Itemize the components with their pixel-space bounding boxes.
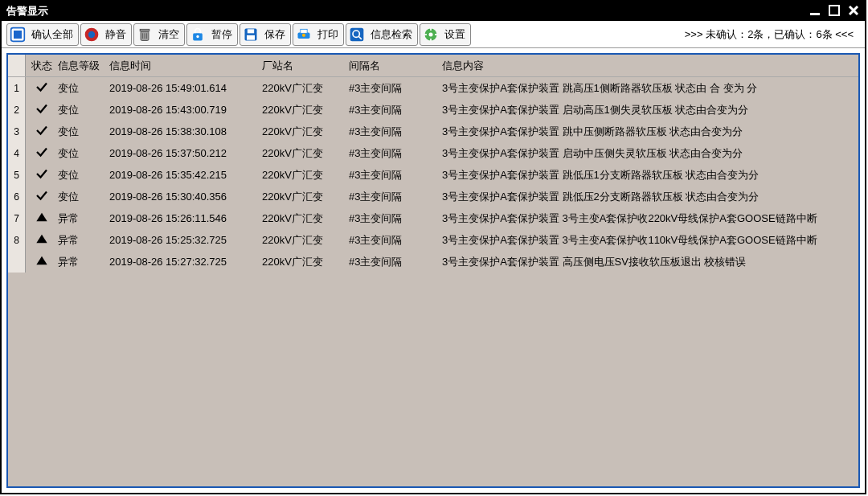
svg-marker-31 xyxy=(36,235,47,244)
lock-icon xyxy=(189,26,207,43)
mute-icon xyxy=(83,26,100,43)
minimize-icon[interactable] xyxy=(809,4,821,19)
svg-rect-16 xyxy=(248,29,254,33)
print-button[interactable]: 打印 xyxy=(293,23,344,46)
check-icon xyxy=(26,166,58,183)
cell-level: 变位 xyxy=(58,125,109,139)
row-number: 8 xyxy=(8,229,26,251)
cell-station: 220kV广汇变 xyxy=(262,211,349,226)
alarm-grid: 状态 信息等级 信息时间 厂站名 间隔名 信息内容 1变位2019-08-26 … xyxy=(6,53,860,488)
search-button[interactable]: 信息检索 xyxy=(346,23,418,46)
cell-time: 2019-08-26 15:27:32.725 xyxy=(109,256,262,268)
cell-bay: #3主变间隔 xyxy=(349,168,436,182)
table-row[interactable]: 7异常2019-08-26 15:26:11.546220kV广汇变#3主变间隔… xyxy=(8,207,858,229)
table-row[interactable]: 6变位2019-08-26 15:30:40.356220kV广汇变#3主变间隔… xyxy=(8,186,858,207)
table-row[interactable]: 8异常2019-08-26 15:25:32.725220kV广汇变#3主变间隔… xyxy=(8,229,858,251)
toolbar: 确认全部 静音 清空 暂停 保存 xyxy=(2,21,865,48)
pause-label: 暂停 xyxy=(211,27,232,42)
cell-station: 220kV广汇变 xyxy=(262,168,349,182)
col-time: 信息时间 xyxy=(109,59,262,73)
cell-station: 220kV广汇变 xyxy=(262,125,349,139)
clear-label: 清空 xyxy=(158,27,179,42)
window-controls xyxy=(809,4,860,19)
svg-rect-5 xyxy=(14,31,22,39)
cell-time: 2019-08-26 15:37:50.212 xyxy=(109,147,262,159)
check-icon xyxy=(26,145,58,162)
cell-content: 3号主变保护A套保护装置 跳低压2分支断路器软压板 状态由合变为分 xyxy=(436,190,858,204)
cell-level: 异常 xyxy=(58,211,109,226)
print-icon xyxy=(295,26,313,43)
warning-triangle-icon xyxy=(26,211,58,226)
cell-station: 220kV广汇变 xyxy=(262,81,349,96)
cell-station: 220kV广汇变 xyxy=(262,233,349,248)
warning-triangle-icon xyxy=(26,254,58,269)
pause-button[interactable]: 暂停 xyxy=(186,23,238,46)
cell-content: 3号主变保护A套保护装置 3号主变A套保护收220kV母线保护A套GOOSE链路… xyxy=(436,211,858,226)
cell-bay: #3主变间隔 xyxy=(349,125,436,139)
row-number: 7 xyxy=(8,207,26,229)
trash-icon xyxy=(136,26,154,43)
col-content: 信息内容 xyxy=(436,59,858,73)
cell-bay: #3主变间隔 xyxy=(349,190,436,204)
rownum-header xyxy=(8,55,26,76)
row-number: 2 xyxy=(8,99,26,121)
cell-level: 变位 xyxy=(58,168,109,182)
row-number: 6 xyxy=(8,186,26,207)
clear-button[interactable]: 清空 xyxy=(133,23,185,46)
cell-time: 2019-08-26 15:43:00.719 xyxy=(109,104,262,116)
table-row[interactable]: 异常2019-08-26 15:27:32.725220kV广汇变#3主变间隔3… xyxy=(8,251,858,273)
table-row[interactable]: 1变位2019-08-26 15:49:01.614220kV广汇变#3主变间隔… xyxy=(8,77,858,99)
cell-content: 3号主变保护A套保护装置 启动高压1侧失灵软压板 状态由合变为分 xyxy=(436,103,858,117)
cell-level: 异常 xyxy=(58,255,109,269)
cell-bay: #3主变间隔 xyxy=(349,255,436,269)
cell-bay: #3主变间隔 xyxy=(349,233,436,248)
row-number xyxy=(8,251,26,273)
col-station: 厂站名 xyxy=(262,59,349,73)
cell-level: 变位 xyxy=(58,103,109,117)
col-level: 信息等级 xyxy=(58,59,109,73)
grid-body: 1变位2019-08-26 15:49:01.614220kV广汇变#3主变间隔… xyxy=(8,77,858,273)
table-row[interactable]: 2变位2019-08-26 15:43:00.719220kV广汇变#3主变间隔… xyxy=(8,99,858,121)
cell-level: 变位 xyxy=(58,146,109,161)
cell-content: 3号主变保护A套保护装置 启动中压侧失灵软压板 状态由合变为分 xyxy=(436,146,858,161)
row-number: 3 xyxy=(8,121,26,142)
check-icon xyxy=(26,123,58,140)
confirm-all-button[interactable]: 确认全部 xyxy=(6,23,79,46)
maximize-icon[interactable] xyxy=(828,4,841,19)
cell-time: 2019-08-26 15:26:11.546 xyxy=(109,212,262,224)
settings-button[interactable]: 设置 xyxy=(420,23,471,46)
cell-bay: #3主变间隔 xyxy=(349,81,436,96)
row-number: 1 xyxy=(8,77,26,99)
search-label: 信息检索 xyxy=(371,27,412,42)
save-icon xyxy=(242,26,260,43)
titlebar: 告警显示 xyxy=(2,2,865,21)
svg-marker-32 xyxy=(36,256,47,265)
cell-content: 3号主变保护A套保护装置 跳中压侧断路器软压板 状态由合变为分 xyxy=(436,125,858,139)
col-status: 状态 xyxy=(26,59,58,73)
close-icon[interactable] xyxy=(847,4,860,19)
svg-point-25 xyxy=(429,32,433,36)
svg-rect-9 xyxy=(140,29,149,31)
save-button[interactable]: 保存 xyxy=(240,23,291,46)
cell-time: 2019-08-26 15:35:42.215 xyxy=(109,169,262,181)
alarm-window: 告警显示 确认全部 静音 xyxy=(0,0,866,494)
row-number: 5 xyxy=(8,164,26,186)
settings-label: 设置 xyxy=(444,27,465,42)
confirm-all-label: 确认全部 xyxy=(31,27,73,42)
cell-station: 220kV广汇变 xyxy=(262,146,349,161)
mute-button[interactable]: 静音 xyxy=(80,23,132,46)
cell-bay: #3主变间隔 xyxy=(349,103,436,117)
status-summary: >>> 未确认：2条，已确认：6条 <<< xyxy=(685,27,860,42)
warning-triangle-icon xyxy=(26,232,58,248)
cell-level: 异常 xyxy=(58,233,109,248)
svg-point-20 xyxy=(302,33,305,36)
grid-header: 状态 信息等级 信息时间 厂站名 间隔名 信息内容 xyxy=(8,55,858,77)
cell-level: 变位 xyxy=(58,190,109,204)
table-row[interactable]: 4变位2019-08-26 15:37:50.212220kV广汇变#3主变间隔… xyxy=(8,142,858,164)
mute-label: 静音 xyxy=(105,27,126,42)
search-icon xyxy=(348,26,366,43)
print-label: 打印 xyxy=(317,27,338,42)
svg-rect-21 xyxy=(350,27,364,41)
table-row[interactable]: 5变位2019-08-26 15:35:42.215220kV广汇变#3主变间隔… xyxy=(8,164,858,186)
table-row[interactable]: 3变位2019-08-26 15:38:30.108220kV广汇变#3主变间隔… xyxy=(8,121,858,142)
